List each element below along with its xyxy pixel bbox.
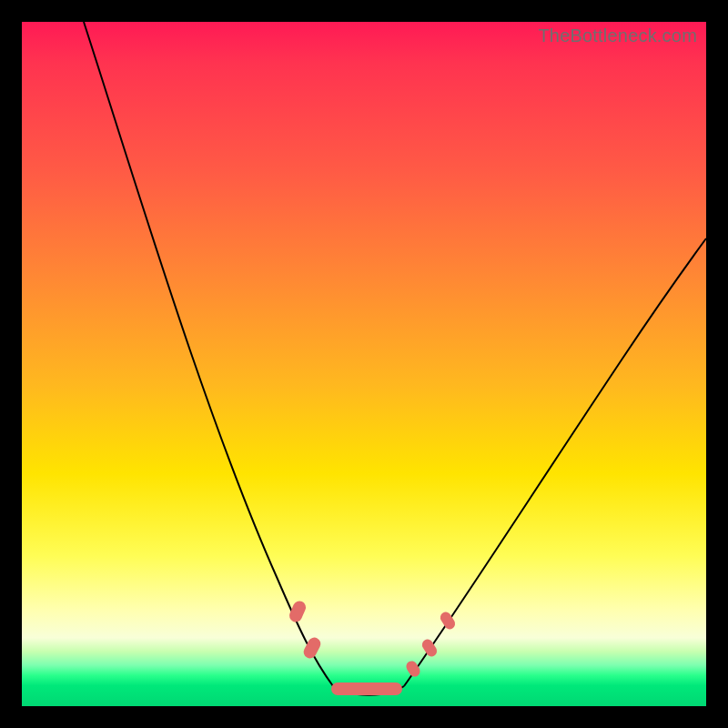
bottleneck-curve-svg — [22, 22, 706, 706]
marker-point — [404, 659, 422, 679]
marker-valley-bar — [331, 682, 402, 695]
curve-left-branch — [84, 22, 333, 686]
plot-area: TheBottleneck.com — [22, 22, 706, 706]
marker-point — [288, 599, 308, 624]
chart-frame: TheBottleneck.com — [0, 0, 728, 728]
